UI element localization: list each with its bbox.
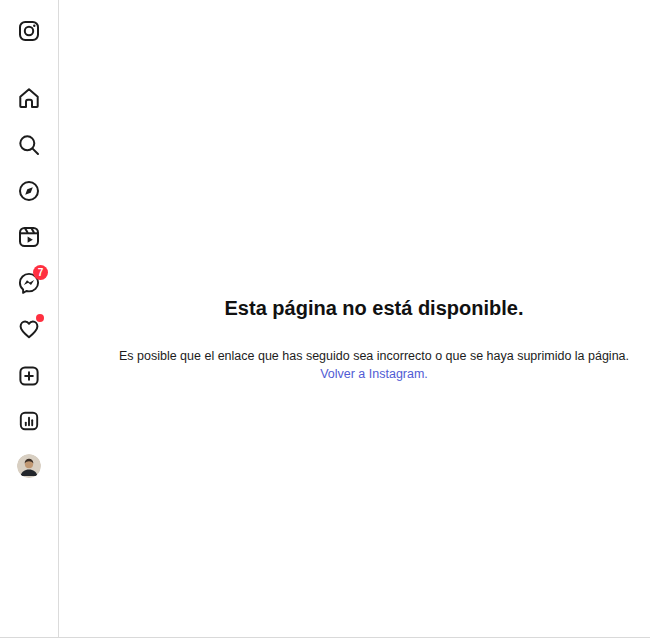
compass-icon — [17, 179, 41, 203]
back-to-instagram-link[interactable]: Volver a Instagram. — [320, 366, 428, 382]
sidebar-item-home[interactable] — [7, 76, 51, 120]
sidebar-item-instagram-logo[interactable] — [7, 9, 51, 53]
instagram-logo-icon — [17, 19, 41, 43]
sidebar-item-search[interactable] — [7, 123, 51, 167]
home-icon — [17, 86, 41, 110]
sidebar-item-messages[interactable]: 7 — [7, 261, 51, 305]
instagram-page: 7 — [0, 0, 650, 638]
sidebar: 7 — [0, 0, 59, 637]
bar-chart-icon — [17, 409, 41, 433]
error-message: Es posible que el enlace que has seguido… — [84, 348, 650, 364]
sidebar-item-explore[interactable] — [7, 169, 51, 213]
sidebar-item-create[interactable] — [7, 354, 51, 398]
plus-icon — [17, 364, 41, 388]
sidebar-item-notifications[interactable] — [7, 307, 51, 351]
profile-avatar — [17, 454, 41, 478]
error-title: Esta página no está disponible. — [84, 296, 650, 321]
heart-icon — [17, 317, 41, 341]
notifications-dot — [36, 314, 44, 322]
messenger-icon: 7 — [17, 271, 41, 295]
sidebar-item-profile[interactable] — [7, 444, 51, 488]
error-content: Esta página no está disponible. Es posib… — [84, 296, 650, 382]
search-icon — [17, 133, 41, 157]
messages-badge: 7 — [33, 265, 48, 280]
sidebar-item-reels[interactable] — [7, 215, 51, 259]
sidebar-item-dashboard[interactable] — [7, 399, 51, 443]
reels-icon — [17, 225, 41, 249]
